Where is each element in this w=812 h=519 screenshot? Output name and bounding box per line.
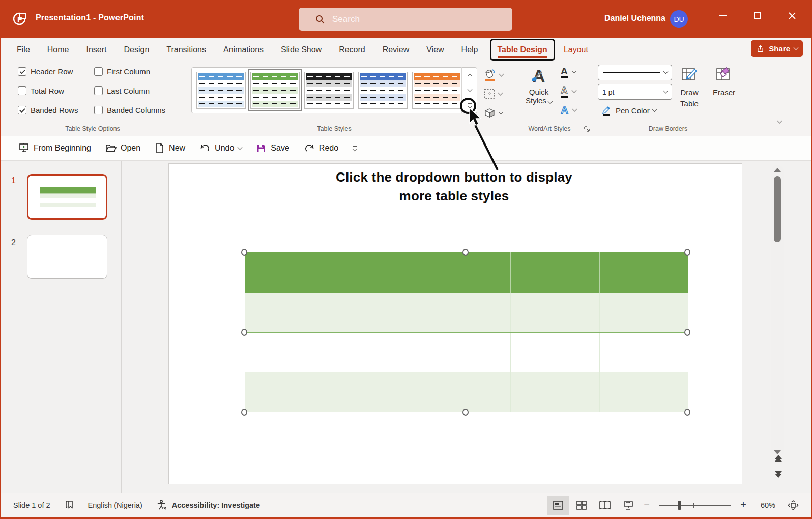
- checkbox-icon[interactable]: [18, 67, 26, 76]
- tab-table-design[interactable]: Table Design: [498, 45, 547, 58]
- table-row-banded[interactable]: [245, 293, 688, 333]
- table-handle-top-left[interactable]: [241, 249, 247, 256]
- share-button[interactable]: Share: [751, 40, 803, 57]
- eraser-button[interactable]: Eraser: [708, 66, 740, 98]
- tab-design[interactable]: Design: [115, 38, 158, 61]
- tab-home[interactable]: Home: [39, 38, 78, 61]
- minimize-button[interactable]: [708, 0, 738, 32]
- redo-button[interactable]: Redo: [299, 139, 343, 157]
- vertical-scrollbar[interactable]: [771, 165, 784, 457]
- checkbox-banded-rows[interactable]: Banded Rows: [18, 106, 78, 114]
- zoom-in-button[interactable]: +: [738, 499, 749, 511]
- checkbox-banded-columns[interactable]: Banded Columns: [94, 106, 165, 114]
- accessibility-status[interactable]: Accessibility: Investigate: [172, 501, 260, 509]
- undo-button[interactable]: Undo: [194, 139, 247, 157]
- table-header-row[interactable]: [245, 252, 688, 293]
- zoom-slider[interactable]: [659, 505, 731, 506]
- quick-styles-button[interactable]: A Quick Styles: [524, 67, 554, 105]
- pen-style-dropdown[interactable]: [598, 65, 672, 80]
- tab-help[interactable]: Help: [453, 38, 487, 61]
- scroll-up-arrow-icon[interactable]: [774, 168, 781, 172]
- normal-view-button[interactable]: [547, 496, 569, 515]
- slide-2-thumbnail[interactable]: [27, 235, 107, 279]
- checkbox-icon[interactable]: [94, 106, 103, 114]
- checkbox-icon[interactable]: [18, 86, 26, 95]
- gallery-scroll-up-button[interactable]: [462, 67, 477, 82]
- table-style-medium-green-selected[interactable]: [250, 72, 300, 109]
- tab-record[interactable]: Record: [330, 38, 374, 61]
- checkbox-first-column[interactable]: First Column: [94, 67, 150, 76]
- from-beginning-button[interactable]: From Beginning: [13, 139, 96, 157]
- text-effects-button[interactable]: A: [561, 105, 576, 116]
- gallery-scroll-down-button[interactable]: [462, 82, 477, 98]
- tab-table-design-highlight[interactable]: Table Design: [490, 39, 555, 61]
- tab-review[interactable]: Review: [374, 38, 418, 61]
- wordart-dialog-launcher-icon[interactable]: [584, 126, 591, 133]
- account-name[interactable]: Daniel Uchenna: [604, 14, 665, 23]
- borders-button[interactable]: [483, 88, 502, 100]
- table-style-medium-blue[interactable]: [358, 72, 408, 109]
- tab-insert[interactable]: Insert: [77, 38, 115, 61]
- scrollbar-thumb[interactable]: [774, 176, 781, 242]
- checkbox-icon[interactable]: [18, 106, 26, 114]
- shading-button[interactable]: [483, 68, 503, 81]
- checkbox-icon[interactable]: [94, 67, 103, 76]
- table-row-white[interactable]: [245, 333, 688, 372]
- close-button[interactable]: [777, 0, 807, 32]
- zoom-level[interactable]: 60%: [751, 501, 775, 509]
- slide-sorter-view-button[interactable]: [571, 496, 592, 515]
- effects-button[interactable]: [483, 107, 503, 119]
- search-input[interactable]: Search: [299, 8, 512, 31]
- checkbox-last-column[interactable]: Last Column: [94, 86, 150, 95]
- text-outline-button[interactable]: A: [561, 85, 576, 98]
- scroll-down-arrow-icon[interactable]: [774, 450, 781, 454]
- draw-table-button[interactable]: Draw Table: [674, 66, 705, 110]
- avatar[interactable]: DU: [670, 10, 688, 28]
- checkbox-icon[interactable]: [94, 86, 103, 95]
- title-bar: P Presentation1 - PowerPoint Search Dani…: [0, 0, 812, 38]
- table-style-medium-orange[interactable]: [412, 72, 461, 109]
- previous-slide-button[interactable]: [775, 455, 782, 462]
- table-handle-bottom-right[interactable]: [684, 409, 690, 416]
- text-fill-icon: A: [561, 66, 568, 78]
- tab-animations[interactable]: Animations: [215, 38, 272, 61]
- reading-view-button[interactable]: [594, 496, 616, 515]
- share-chevron-icon[interactable]: [794, 45, 799, 50]
- tab-view[interactable]: View: [418, 38, 452, 61]
- slideshow-view-button[interactable]: [618, 496, 639, 515]
- maximize-button[interactable]: [743, 0, 772, 32]
- table-handle-middle-left[interactable]: [241, 329, 247, 336]
- new-button[interactable]: New: [150, 139, 190, 157]
- fit-slide-to-window-button[interactable]: [782, 496, 804, 515]
- pen-color-button[interactable]: Pen Color: [601, 105, 656, 116]
- gallery-more-button[interactable]: [462, 98, 477, 113]
- table-style-light-blue[interactable]: [196, 72, 246, 109]
- save-button[interactable]: Save: [251, 140, 294, 157]
- checkbox-total-row[interactable]: Total Row: [18, 86, 64, 95]
- zoom-out-button[interactable]: −: [641, 499, 652, 511]
- table-row-banded[interactable]: [245, 372, 688, 412]
- tab-layout[interactable]: Layout: [555, 45, 597, 54]
- slide-1-thumbnail[interactable]: [27, 174, 107, 220]
- spell-check-icon[interactable]: [64, 500, 75, 511]
- slide-table[interactable]: [245, 252, 688, 412]
- zoom-slider-handle[interactable]: [678, 501, 681, 510]
- table-style-medium-black[interactable]: [304, 72, 354, 109]
- table-handle-bottom-center[interactable]: [462, 409, 469, 416]
- table-handle-top-right[interactable]: [684, 249, 690, 256]
- open-button[interactable]: Open: [100, 139, 146, 157]
- table-handle-top-center[interactable]: [462, 249, 469, 256]
- next-slide-button[interactable]: [775, 471, 782, 478]
- tab-file[interactable]: File: [8, 38, 39, 61]
- qat-overflow-button[interactable]: [347, 144, 362, 153]
- undo-chevron-icon[interactable]: [238, 145, 243, 150]
- table-handle-middle-right[interactable]: [684, 329, 690, 336]
- language-indicator[interactable]: English (Nigeria): [88, 501, 142, 509]
- collapse-ribbon-chevron-icon[interactable]: [777, 119, 782, 124]
- pen-weight-dropdown[interactable]: 1 pt: [598, 84, 672, 100]
- tab-slide-show[interactable]: Slide Show: [272, 38, 330, 61]
- text-fill-button[interactable]: A: [561, 66, 576, 78]
- table-handle-bottom-left[interactable]: [241, 409, 247, 416]
- checkbox-header-row[interactable]: Header Row: [18, 67, 73, 76]
- tab-transitions[interactable]: Transitions: [158, 38, 215, 61]
